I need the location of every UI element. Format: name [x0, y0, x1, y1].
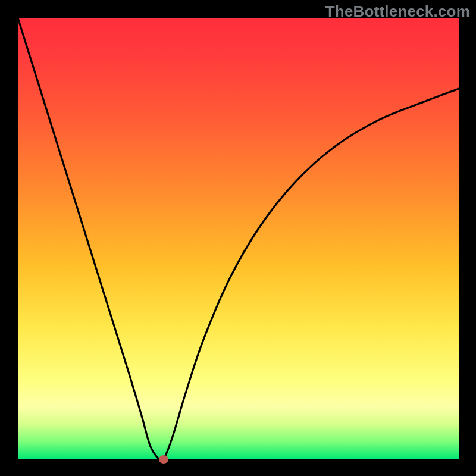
curve-svg: [18, 18, 459, 459]
chart-frame: TheBottleneck.com: [0, 0, 476, 476]
optimum-marker: [159, 455, 168, 464]
watermark-text: TheBottleneck.com: [325, 2, 470, 21]
plot-area: [18, 18, 459, 459]
bottleneck-curve: [18, 18, 459, 459]
